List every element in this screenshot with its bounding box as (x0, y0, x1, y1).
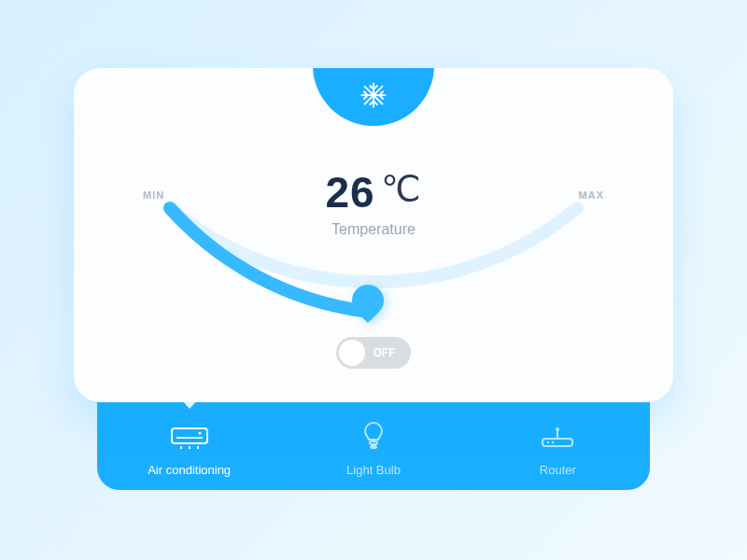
tab-label: Air conditioning (148, 463, 231, 477)
svg-point-2 (198, 432, 201, 435)
tab-label: Light Bulb (346, 463, 401, 477)
device-tabs: Air conditioning Light Bulb (97, 422, 650, 477)
svg-rect-0 (172, 428, 207, 443)
temperature-arc-slider[interactable] (131, 171, 616, 357)
svg-rect-6 (370, 441, 377, 444)
toggle-knob (339, 340, 365, 366)
svg-point-11 (547, 441, 549, 443)
toggle-state-label: OFF (365, 346, 411, 359)
air-conditioner-icon (171, 427, 208, 454)
tab-router[interactable]: Router (483, 427, 632, 477)
snowflake-icon (359, 81, 388, 113)
svg-point-12 (552, 441, 554, 443)
svg-rect-8 (543, 439, 572, 446)
svg-point-10 (556, 427, 559, 431)
mode-badge (313, 68, 434, 126)
tab-light-bulb[interactable]: Light Bulb (299, 422, 448, 477)
light-bulb-icon (362, 422, 385, 454)
tab-label: Router (540, 463, 576, 477)
control-card: 26℃ Temperature MIN MAX OFF (74, 68, 673, 402)
power-toggle[interactable]: OFF (336, 337, 411, 369)
svg-rect-7 (371, 446, 376, 448)
tab-air-conditioning[interactable]: Air conditioning (115, 427, 264, 477)
router-icon (541, 427, 574, 454)
